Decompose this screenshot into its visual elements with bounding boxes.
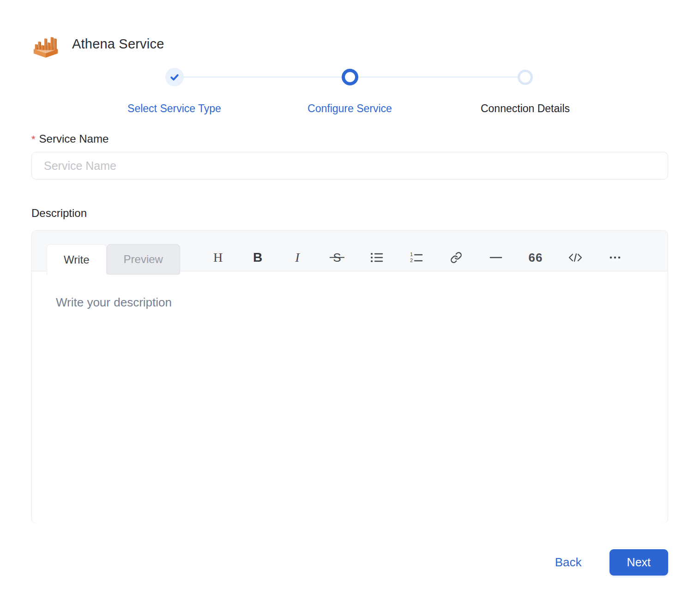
editor-toolbar-header: Write Preview H B I S 1 (32, 231, 668, 271)
step-pending-indicator (518, 70, 533, 85)
tab-write[interactable]: Write (47, 244, 107, 275)
description-textarea[interactable] (32, 271, 668, 523)
numbered-list-icon[interactable]: 1 2 (409, 250, 424, 265)
back-button[interactable]: Back (549, 551, 588, 574)
heading-icon[interactable]: H (210, 250, 226, 265)
code-icon[interactable] (567, 250, 583, 265)
quote-icon[interactable]: 66 (528, 250, 543, 265)
editor-toolbar: H B I S 1 2 (210, 250, 623, 271)
step-label: Configure Service (262, 102, 438, 115)
editor-write-area (32, 271, 668, 523)
connector-line (184, 77, 262, 78)
bulleted-list-icon[interactable] (369, 250, 385, 265)
link-icon[interactable] (448, 250, 464, 265)
step-configure-service: Configure Service (262, 67, 438, 115)
step-active-indicator (342, 69, 358, 85)
svg-text:1: 1 (410, 252, 413, 257)
wizard-footer: Back Next (31, 549, 668, 576)
page-title: Athena Service (72, 36, 164, 52)
svg-text:2: 2 (410, 258, 413, 263)
athena-logo-icon (31, 30, 60, 58)
configure-service-page: Athena Service Select Service Type Confi… (0, 0, 700, 612)
step-label: Connection Details (438, 102, 613, 115)
service-name-label-text: Service Name (39, 132, 109, 145)
service-name-label: *Service Name (31, 132, 668, 146)
editor-tabs: Write Preview (47, 244, 180, 275)
stepper: Select Service Type Configure Service Co… (87, 67, 613, 115)
step-select-service-type: Select Service Type (87, 67, 262, 115)
connector-line (358, 77, 438, 78)
connector-line (262, 77, 342, 78)
description-label: Description (31, 206, 668, 220)
more-options-icon[interactable] (607, 250, 623, 265)
service-name-input[interactable] (31, 152, 668, 180)
step-label: Select Service Type (87, 102, 262, 115)
step-completed-indicator (165, 68, 184, 86)
tab-preview[interactable]: Preview (107, 244, 180, 275)
bold-icon[interactable]: B (250, 250, 266, 265)
check-icon (170, 72, 179, 82)
next-button[interactable]: Next (609, 549, 668, 576)
step-connection-details: Connection Details (438, 67, 613, 115)
strikethrough-icon[interactable]: S (329, 250, 345, 265)
italic-icon[interactable]: I (290, 250, 305, 265)
description-editor: Write Preview H B I S 1 (31, 230, 668, 523)
page-header: Athena Service (31, 30, 668, 58)
connector-line (438, 77, 518, 78)
horizontal-rule-icon[interactable] (488, 250, 504, 265)
required-marker: * (31, 133, 36, 145)
